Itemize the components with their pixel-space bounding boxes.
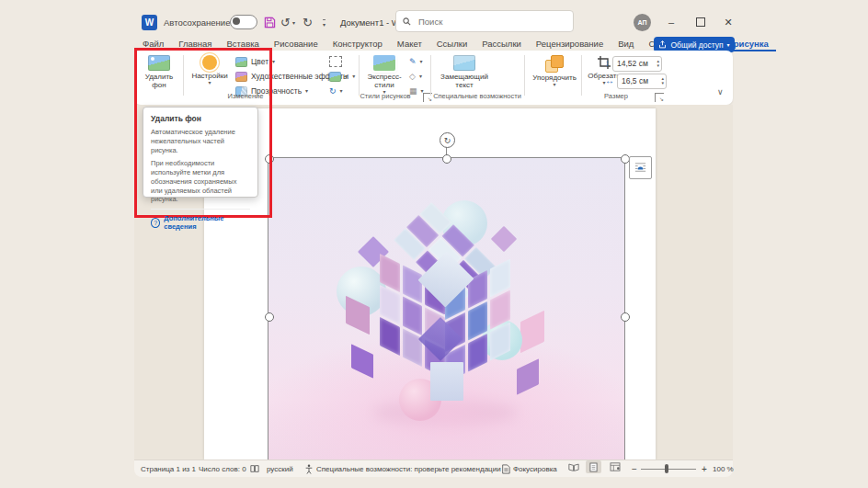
quick-styles-icon	[373, 55, 395, 71]
size-dialog-launcher[interactable]: ↘	[655, 93, 664, 102]
width-input[interactable]	[618, 75, 658, 86]
accessibility-status[interactable]: Специальные возможности: проверьте реком…	[304, 460, 501, 477]
word-logo-icon[interactable]	[142, 8, 157, 36]
tab-references[interactable]: Ссылки	[429, 37, 474, 51]
arrange-label: Упорядочить	[532, 74, 577, 82]
word-count[interactable]: Число слов: 0	[199, 460, 246, 477]
remove-background-tooltip: Удалить фон Автоматическое удаление неже…	[143, 107, 258, 198]
tab-mailings[interactable]: Рассылки	[474, 37, 529, 51]
reset-icon: ↻	[329, 87, 337, 96]
web-layout-icon	[610, 462, 621, 471]
resize-handle-middle-right[interactable]	[621, 312, 630, 322]
tab-insert[interactable]: Вставка	[220, 37, 267, 51]
change-picture-button[interactable]: ▾	[329, 70, 348, 83]
title-bar: Автосохранение ↺ ▾ ↻ ▾ Документ1 - W... …	[133, 8, 734, 36]
undo-dropdown-caret[interactable]: ▾	[292, 8, 295, 36]
save-button[interactable]	[264, 8, 276, 36]
effects-icon: ◇	[409, 73, 416, 81]
zoom-slider-knob[interactable]	[665, 464, 668, 473]
reset-picture-button[interactable]: ↻▾	[329, 85, 343, 97]
arrange-icon	[545, 55, 564, 72]
width-spinbox[interactable]: ▴▾	[617, 74, 667, 89]
tab-layout[interactable]: Макет	[390, 37, 429, 51]
shape-width-field: ↔ ▴▾	[605, 74, 667, 88]
height-input[interactable]	[613, 58, 654, 69]
group-label-accessibility: Специальные возможности	[427, 92, 528, 100]
redo-button[interactable]: ↻	[303, 8, 313, 36]
minimize-icon: –	[668, 17, 674, 28]
caret-down-icon: ▾	[292, 19, 295, 26]
compress-picture-button[interactable]	[329, 55, 342, 68]
arrange-button[interactable]: Упорядочить ▾	[531, 52, 577, 100]
resize-handle-middle-left[interactable]	[265, 312, 274, 322]
resize-handle-top-left[interactable]	[265, 154, 274, 164]
picture-effects-button[interactable]: ◇▾	[409, 70, 422, 83]
share-icon	[658, 40, 667, 49]
focus-icon	[501, 464, 510, 474]
close-icon: ✕	[724, 17, 732, 28]
tooltip-body-2: При необходимости используйте метки для …	[151, 159, 250, 204]
zoom-in-icon: +	[702, 464, 707, 474]
ribbon-tab-bar: Файл Главная Вставка Рисование Конструкт…	[133, 36, 734, 51]
caret-down-icon: ▾	[420, 59, 423, 64]
tooltip-learn-more-link[interactable]: ? Дополнительные сведения	[151, 209, 250, 231]
layout-options-button[interactable]	[629, 156, 652, 179]
zoom-in-button[interactable]: +	[702, 460, 707, 477]
height-spinbox[interactable]: ▴▾	[612, 56, 662, 72]
undo-button[interactable]: ↺	[280, 8, 291, 36]
tab-view[interactable]: Вид	[611, 37, 641, 51]
avatar-initials: АП	[634, 14, 651, 31]
tab-design[interactable]: Конструктор	[326, 37, 390, 51]
maximize-button[interactable]	[692, 8, 709, 36]
search-input[interactable]	[417, 16, 540, 28]
tab-file[interactable]: Файл	[135, 37, 171, 51]
picture-border-button[interactable]: ✎▾	[409, 55, 423, 68]
page-indicator[interactable]: Страница 1 из 1	[141, 460, 196, 477]
tab-review[interactable]: Рецензирование	[529, 37, 611, 51]
collapse-ribbon-button[interactable]: ∨	[717, 87, 724, 96]
tab-draw[interactable]: Рисование	[267, 37, 326, 51]
quick-access-customize-button[interactable]: ▾	[323, 19, 326, 28]
zoom-slider[interactable]	[641, 460, 696, 477]
tab-home[interactable]: Главная	[171, 37, 219, 51]
width-icon: ↔	[605, 76, 614, 85]
word-app-window: Автосохранение ↺ ▾ ↻ ▾ Документ1 - W... …	[0, 0, 868, 488]
zoom-level[interactable]: 100 %	[713, 460, 734, 477]
chevron-down-icon: ∨	[717, 87, 724, 96]
accessibility-label: Специальные возможности: проверьте реком…	[316, 465, 501, 473]
language-button[interactable]: русский	[267, 460, 293, 477]
close-button[interactable]: ✕	[720, 8, 737, 36]
proofing-button[interactable]	[250, 460, 259, 477]
read-mode-button[interactable]	[565, 460, 581, 473]
document-page[interactable]: ↻	[204, 108, 656, 460]
caret-down-icon: ▾	[553, 82, 555, 87]
selected-picture[interactable]	[268, 158, 624, 460]
remove-background-label: Удалить фон	[138, 73, 180, 89]
height-icon: ↕	[605, 59, 610, 68]
caret-down-icon: ▾	[305, 88, 308, 94]
rotation-handle[interactable]: ↻	[440, 132, 455, 148]
account-avatar[interactable]: АП	[634, 8, 651, 36]
color-label: Цвет	[251, 57, 268, 66]
search-icon	[403, 17, 411, 26]
zoom-slider-track[interactable]	[641, 469, 696, 470]
status-bar: Страница 1 из 1 Число слов: 0 русский Сп…	[134, 460, 733, 477]
print-layout-icon	[589, 462, 598, 472]
rotate-icon: ↻	[444, 136, 451, 145]
caret-down-icon: ▾	[208, 80, 211, 85]
zoom-out-button[interactable]: −	[632, 460, 637, 477]
search-box[interactable]	[395, 10, 574, 32]
width-spin-buttons[interactable]: ▴▾	[661, 76, 664, 85]
color-button[interactable]: Цвет ▾	[235, 55, 275, 68]
autosave-toggle[interactable]	[230, 8, 257, 36]
focus-mode-button[interactable]: Фокусировка	[501, 460, 557, 477]
caret-down-icon: ▾	[323, 21, 326, 28]
print-layout-button[interactable]	[586, 460, 601, 473]
remove-background-button[interactable]: Удалить фон	[138, 52, 180, 100]
web-layout-button[interactable]	[607, 460, 622, 473]
height-spin-buttons[interactable]: ▴▾	[657, 59, 659, 68]
minimize-button[interactable]: –	[663, 8, 680, 36]
sun-icon	[202, 55, 217, 70]
resize-handle-top-center[interactable]	[442, 154, 451, 164]
caret-down-icon: ▾	[345, 74, 348, 79]
